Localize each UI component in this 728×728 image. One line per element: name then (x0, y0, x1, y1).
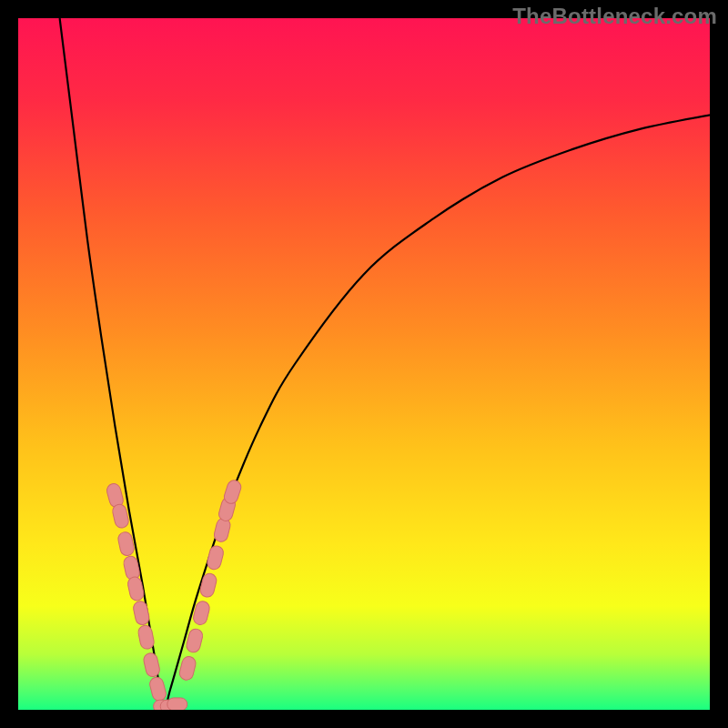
svg-rect-11 (167, 698, 187, 710)
chart-frame (18, 18, 710, 710)
bottleneck-chart (18, 18, 710, 710)
curve-marker (167, 698, 187, 710)
chart-background (18, 18, 710, 710)
watermark-text: TheBottleneck.com (512, 4, 717, 29)
